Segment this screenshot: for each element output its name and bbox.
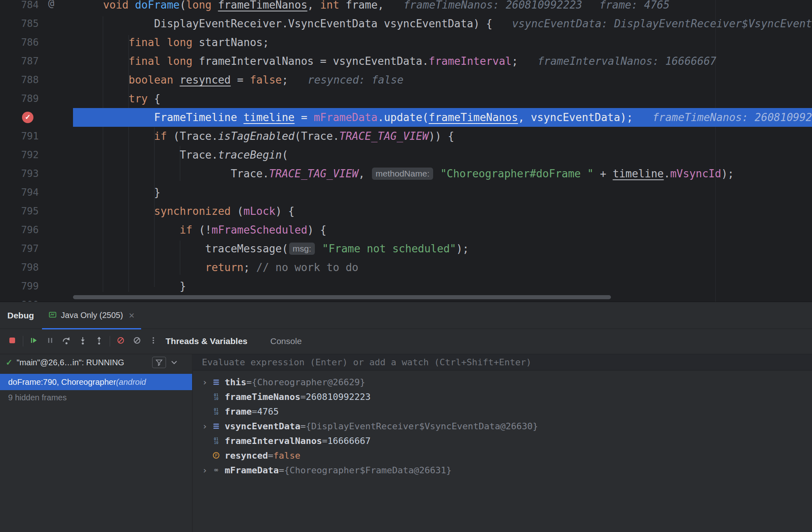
code-text[interactable]: traceMessage(msg: "Frame not scheduled")… — [73, 239, 812, 258]
code-text[interactable]: final long startNanos; — [73, 33, 812, 52]
gutter-line-792[interactable]: 792 — [0, 146, 73, 164]
view-breakpoints-button[interactable] — [129, 334, 145, 349]
code-line-798[interactable]: 798 return; // no work to do — [0, 258, 812, 277]
code-line-785[interactable]: 785 DisplayEventReceiver.VsyncEventData … — [0, 14, 812, 33]
evaluate-expression-input[interactable]: Evaluate expression (Enter) or add a wat… — [193, 354, 812, 371]
gutter-line-788[interactable]: 788 — [0, 71, 73, 89]
pause-button[interactable] — [42, 334, 58, 349]
inline-debugger-value: frameTimeNanos: 260810992223 — [653, 111, 812, 124]
code-text[interactable]: synchronized (mLock) { — [73, 202, 812, 221]
inline-debugger-value: frameIntervalNanos: 16666667 — [538, 55, 716, 67]
gutter-line-790[interactable]: ✓ — [0, 108, 73, 127]
gutter-line-784[interactable]: 784@ — [0, 0, 73, 14]
expand-chevron-icon[interactable]: › — [199, 421, 211, 431]
gutter-line-791[interactable]: 791 — [0, 127, 73, 146]
svg-text:P: P — [215, 453, 217, 458]
gutter-line-786[interactable]: 786 — [0, 33, 73, 52]
code-text[interactable]: Trace.TRACE_TAG_VIEW, methodName: "Chore… — [73, 164, 812, 183]
stop-icon — [8, 336, 16, 346]
line-number: 795 — [21, 205, 39, 217]
variable-row-vsyncEventData[interactable]: ›vsyncEventData = {DisplayEventReceiver$… — [193, 419, 812, 433]
variable-row-frameIntervalNanos[interactable]: 0110frameIntervalNanos = 16666667 — [193, 433, 812, 448]
equals-sign: = — [322, 436, 327, 446]
gutter-line-797[interactable]: 797 — [0, 239, 73, 258]
tab-threads-variables[interactable]: Threads & Variables — [166, 336, 248, 346]
hidden-frames-row[interactable]: 9 hidden frames — [0, 390, 192, 405]
code-line-786[interactable]: 786 final long startNanos; — [0, 33, 812, 52]
code-line-796[interactable]: 796 if (!mFrameScheduled) { — [0, 221, 812, 239]
line-number: 784 — [21, 0, 39, 11]
expand-chevron-icon[interactable]: › — [199, 377, 211, 387]
code-text[interactable]: DisplayEventReceiver.VsyncEventData vsyn… — [73, 14, 812, 33]
step-into-button[interactable] — [75, 334, 91, 349]
code-lines: 784@ void doFrame(long frameTimeNanos, i… — [0, 0, 812, 302]
code-line-799[interactable]: 799 } — [0, 277, 812, 296]
code-text[interactable]: if (!mFrameScheduled) { — [73, 221, 812, 239]
code-line-794[interactable]: 794 } — [0, 183, 812, 202]
horizontal-scrollbar[interactable] — [73, 295, 611, 299]
gutter-line-785[interactable]: 785 — [0, 14, 73, 33]
variable-row-resynced[interactable]: Presynced = false — [193, 448, 812, 463]
code-line-788[interactable]: 788 boolean resynced = false;resynced: f… — [0, 71, 812, 89]
variable-row-this[interactable]: ›this = {Choreographer@26629} — [193, 375, 812, 389]
svg-text:10: 10 — [214, 411, 219, 415]
code-line-793[interactable]: 793 Trace.TRACE_TAG_VIEW, methodName: "C… — [0, 164, 812, 183]
annotation-gutter-icon: @ — [48, 0, 54, 13]
code-text[interactable]: void doFrame(long frameTimeNanos, int fr… — [73, 0, 812, 14]
code-text[interactable]: } — [73, 183, 812, 202]
frames-list: doFrame:790, Choreographer (android9 hid… — [0, 374, 192, 405]
gutter-line-789[interactable]: 789 — [0, 89, 73, 108]
code-line-787[interactable]: 787 final long frameIntervalNanos = vsyn… — [0, 52, 812, 71]
code-line-789[interactable]: 789 try { — [0, 89, 812, 108]
code-text[interactable]: } — [73, 277, 812, 296]
tab-console[interactable]: Console — [270, 336, 302, 346]
code-line-797[interactable]: 797 traceMessage(msg: "Frame not schedul… — [0, 239, 812, 258]
stack-frame-row[interactable]: doFrame:790, Choreographer (android — [0, 374, 192, 390]
gutter-line-798[interactable]: 798 — [0, 258, 73, 277]
code-text[interactable]: try { — [73, 89, 812, 108]
code-line-791[interactable]: 791 if (Trace.isTagEnabled(Trace.TRACE_T… — [0, 127, 812, 146]
line-number: 796 — [21, 224, 39, 236]
more-button[interactable] — [145, 334, 162, 349]
variable-row-frame[interactable]: 0110frame = 4765 — [193, 404, 812, 419]
mute-breakpoints-button[interactable] — [113, 334, 129, 349]
code-line-792[interactable]: 792 Trace.traceBegin( — [0, 146, 812, 164]
close-icon[interactable]: × — [129, 311, 135, 320]
step-out-button[interactable] — [91, 334, 107, 349]
stop-button[interactable] — [4, 334, 20, 349]
variable-row-mFrameData[interactable]: ›∞mFrameData = {Choreographer$FrameData@… — [193, 463, 812, 477]
hide-frames-filter-button[interactable] — [152, 357, 166, 368]
more-icon — [149, 336, 157, 346]
code-text[interactable]: return; // no work to do — [73, 258, 812, 277]
step-over-button[interactable] — [58, 334, 75, 349]
chevron-down-icon[interactable] — [171, 360, 177, 364]
gutter-line-796[interactable]: 796 — [0, 221, 73, 239]
thread-selector[interactable]: ✓ "main"@26,6…in": RUNNING — [0, 354, 192, 371]
inline-debugger-value: resynced: false — [308, 74, 404, 86]
code-text[interactable]: if (Trace.isTagEnabled(Trace.TRACE_TAG_V… — [73, 127, 812, 146]
gutter-line-799[interactable]: 799 — [0, 277, 73, 296]
gutter-line-787[interactable]: 787 — [0, 52, 73, 71]
code-line-795[interactable]: 795 synchronized (mLock) { — [0, 202, 812, 221]
resume-button[interactable] — [26, 334, 42, 349]
parameter-name-hint: methodName: — [372, 168, 433, 180]
code-line-784[interactable]: 784@ void doFrame(long frameTimeNanos, i… — [0, 0, 812, 14]
code-text[interactable]: FrameTimeline timeline = mFrameData.upda… — [73, 108, 812, 127]
gutter-line-794[interactable]: 794 — [0, 183, 73, 202]
equals-sign: = — [246, 377, 252, 387]
expand-chevron-icon[interactable]: › — [199, 465, 211, 475]
code-line-790[interactable]: ✓ FrameTimeline timeline = mFrameData.up… — [0, 108, 812, 127]
code-text[interactable]: Trace.traceBegin( — [73, 146, 812, 164]
variables-tree: ›this = {Choreographer@26629}0110frameTi… — [193, 371, 812, 477]
view-breakpoints-icon — [133, 336, 142, 347]
debug-session-tab[interactable]: Java Only (2505) × — [42, 302, 141, 329]
variable-row-frameTimeNanos[interactable]: 0110frameTimeNanos = 260810992223 — [193, 389, 812, 404]
code-text[interactable]: final long frameIntervalNanos = vsyncEve… — [73, 52, 812, 71]
gutter-line-800[interactable]: 800 — [0, 296, 73, 302]
gutter-line-795[interactable]: 795 — [0, 202, 73, 221]
code-editor[interactable]: 784@ void doFrame(long frameTimeNanos, i… — [0, 0, 812, 302]
gutter-line-793[interactable]: 793 — [0, 164, 73, 183]
breakpoint-icon[interactable]: ✓ — [22, 112, 33, 123]
line-number: 797 — [21, 243, 39, 254]
code-text[interactable]: boolean resynced = false;resynced: false — [73, 71, 812, 89]
